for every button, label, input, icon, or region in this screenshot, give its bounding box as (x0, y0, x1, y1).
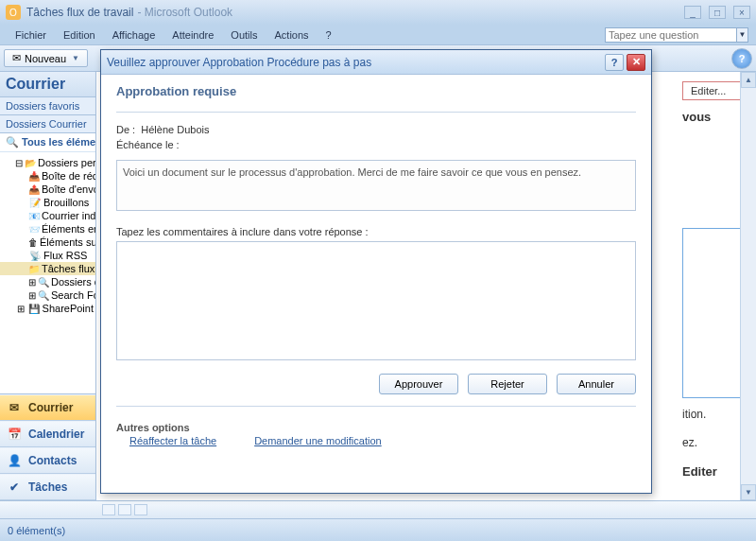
minimize-button[interactable]: _ (684, 6, 701, 19)
folder-node[interactable]: ⊞🔍Dossiers de recherche (0, 275, 95, 288)
statusbar: 0 élément(s) (0, 519, 756, 541)
preview-box (682, 228, 748, 398)
nav-tasks[interactable]: ✔Tâches (0, 474, 95, 500)
status-item-count: 0 élément(s) (8, 525, 65, 536)
divider (116, 406, 636, 407)
view-switcher-bar (0, 500, 756, 519)
message-box: Voici un document sur le processus d'app… (116, 160, 636, 211)
folder-node[interactable]: 📨Éléments envoyés (0, 222, 95, 236)
dialog-titlebar: Veuillez approuver Approbation Procédure… (101, 50, 651, 75)
request-change-link[interactable]: Demander une modification (254, 435, 382, 446)
folder-icon: 📨 (28, 223, 40, 235)
scroll-up-button[interactable]: ▲ (741, 72, 756, 88)
nav-all-items[interactable]: 🔍 Tous les éléments (0, 133, 95, 152)
folder-label: Dossiers de recherche (51, 276, 95, 288)
menu-outils[interactable]: Outils (223, 27, 265, 43)
menu-affichage[interactable]: Affichage (105, 27, 163, 43)
folder-node[interactable]: 📁Tâches flux de travail (0, 262, 95, 275)
expand-icon[interactable]: ⊞ (28, 289, 36, 301)
folder-node[interactable]: ⊞🔍Search Folders (0, 288, 95, 302)
dialog-help-button[interactable]: ? (605, 54, 624, 71)
menu-fichier[interactable]: Fichier (8, 27, 54, 43)
folder-label: Boîte d'envoi (42, 183, 95, 195)
expand-icon[interactable]: ⊟ (15, 157, 23, 168)
due-label: Échéance le : (116, 139, 180, 150)
folder-label: Courrier indésirable (42, 210, 95, 221)
maximize-button[interactable]: □ (709, 6, 726, 19)
folder-label: Flux RSS (43, 250, 87, 261)
edit-button[interactable]: Editer... (682, 81, 748, 100)
nav-mail[interactable]: ✉Courrier (0, 394, 95, 421)
window-title: Tâches flux de travail (26, 6, 133, 19)
contacts-icon: 👤 (6, 453, 23, 468)
from-value: Hélène Dubois (141, 124, 209, 135)
view-button-2[interactable] (118, 504, 131, 515)
folder-node[interactable]: 🗑Éléments supprimés (0, 236, 95, 249)
from-row: De : Hélène Dubois (116, 124, 636, 135)
expand-icon[interactable]: ⊞ (28, 276, 36, 288)
tasks-icon: ✔ (6, 480, 23, 495)
folder-node[interactable]: 📡Flux RSS (0, 249, 95, 262)
ask-question-dropdown[interactable]: ▼ (737, 27, 748, 43)
help-button[interactable]: ? (731, 48, 752, 69)
cancel-button[interactable]: Annuler (557, 374, 636, 394)
new-button-label: Nouveau (25, 53, 66, 64)
calendar-icon: 📅 (6, 427, 23, 442)
menu-edition[interactable]: Edition (56, 27, 103, 43)
preview-text-1: ition. (682, 408, 748, 421)
folder-label: Éléments envoyés (42, 223, 95, 235)
folder-icon: 💾 (28, 303, 40, 314)
folder-label: SharePoint (43, 303, 94, 314)
folder-icon: 🔍 (38, 289, 49, 301)
menubar: Fichier Edition Affichage Atteindre Outi… (0, 25, 756, 45)
other-options-heading: Autres options (116, 422, 636, 433)
window-subtitle: - Microsoft Outlook (137, 6, 232, 19)
expand-icon[interactable]: ⊞ (15, 303, 26, 314)
view-button-3[interactable] (134, 504, 147, 515)
approve-button[interactable]: Approuver (379, 374, 458, 394)
folder-label: Boîte de réception (42, 170, 95, 182)
due-row: Échéance le : (116, 139, 636, 150)
search-icon: 🔍 (6, 136, 19, 148)
outlook-icon: O (6, 5, 21, 20)
ask-question-input[interactable] (605, 27, 737, 43)
folder-icon: 📡 (28, 250, 42, 261)
reassign-link[interactable]: Réaffecter la tâche (129, 435, 216, 446)
mail-icon: ✉ (6, 400, 23, 415)
dialog-title: Veuillez approuver Approbation Procédure… (107, 56, 371, 69)
nav-contacts[interactable]: 👤Contacts (0, 447, 95, 474)
nav-favorites-header[interactable]: Dossiers favoris (0, 97, 95, 115)
folder-icon: 📂 (25, 157, 36, 168)
nav-mailfolders-header[interactable]: Dossiers Courrier (0, 115, 95, 133)
folder-node[interactable]: ⊞💾SharePoint (0, 302, 95, 315)
folder-label: Dossiers personnels (38, 157, 95, 168)
menu-help[interactable]: ? (318, 27, 339, 43)
comments-label: Tapez les commentaires à inclure dans vo… (116, 226, 636, 237)
folder-icon: 📧 (28, 210, 40, 221)
menu-atteindre[interactable]: Atteindre (164, 27, 221, 43)
reject-button[interactable]: Rejeter (468, 374, 547, 394)
folder-node[interactable]: 📧Courrier indésirable (0, 209, 95, 222)
nav-calendar[interactable]: 📅Calendrier (0, 421, 95, 447)
folder-node[interactable]: 📥Boîte de réception (0, 169, 95, 183)
nav-tasks-label: Tâches (28, 480, 67, 494)
dialog-close-button[interactable]: ✕ (627, 54, 645, 71)
folder-label: Tâches flux de travail (42, 263, 95, 274)
vertical-scrollbar[interactable]: ▲ ▼ (740, 72, 756, 500)
scroll-down-button[interactable]: ▼ (741, 484, 756, 500)
folder-node[interactable]: 📤Boîte d'envoi (0, 183, 95, 196)
folder-node[interactable]: ⊟📂Dossiers personnels (0, 156, 95, 169)
new-button[interactable]: ✉ Nouveau ▼ (4, 49, 88, 67)
chevron-down-icon: ▼ (72, 54, 79, 62)
folder-icon: 🗑 (28, 236, 38, 248)
close-window-button[interactable]: × (733, 6, 750, 19)
comments-textarea[interactable] (116, 241, 636, 360)
folder-tree: ⊟📂Dossiers personnels📥Boîte de réception… (0, 152, 95, 393)
from-label: De : (116, 124, 135, 135)
folder-node[interactable]: 📝Brouillons (0, 196, 95, 209)
view-button-1[interactable] (102, 504, 115, 515)
menu-actions[interactable]: Actions (266, 27, 316, 43)
preview-editer-label: Editer (682, 464, 748, 479)
folder-icon: 🔍 (38, 276, 49, 288)
folder-label: Brouillons (43, 197, 89, 208)
